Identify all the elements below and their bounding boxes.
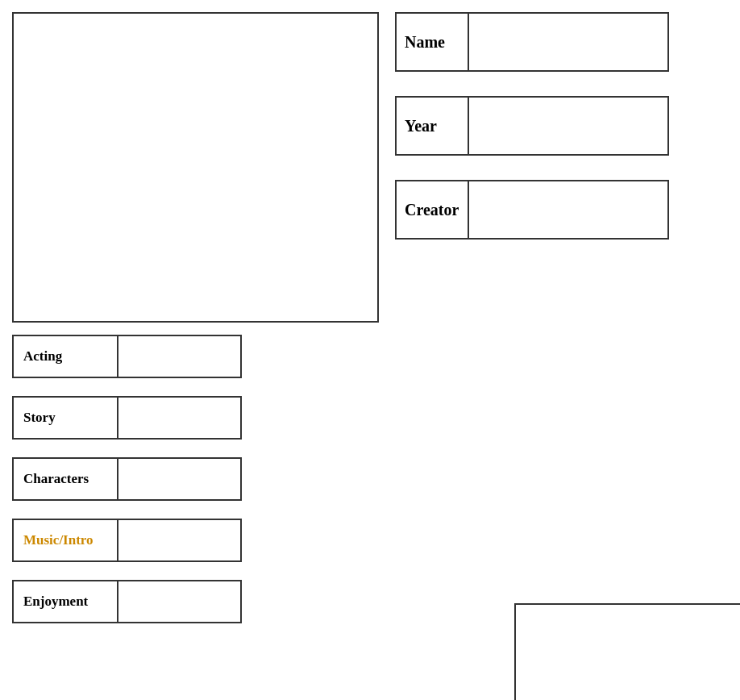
year-row: Year [395, 96, 669, 156]
creator-value[interactable] [469, 181, 667, 238]
name-label: Name [397, 14, 469, 70]
acting-row: Acting [12, 335, 242, 378]
info-section: Name Year Creator [395, 12, 669, 240]
main-container: Name Year Creator Acting Story Character… [0, 0, 740, 700]
name-row: Name [395, 12, 669, 72]
story-value[interactable] [118, 398, 240, 438]
characters-value[interactable] [118, 459, 240, 499]
year-label: Year [397, 98, 469, 154]
music-intro-row: Music/Intro [12, 519, 242, 562]
enjoyment-value[interactable] [118, 581, 240, 622]
ratings-section: Acting Story Characters Music/Intro Enjo… [12, 335, 242, 623]
name-value[interactable] [469, 14, 667, 70]
creator-row: Creator [395, 180, 669, 240]
acting-label: Acting [14, 336, 118, 377]
music-intro-label: Music/Intro [14, 520, 118, 560]
music-intro-value[interactable] [118, 520, 240, 560]
main-image-box [12, 12, 379, 323]
story-row: Story [12, 396, 242, 440]
enjoyment-label: Enjoyment [14, 581, 118, 622]
acting-value[interactable] [118, 336, 240, 377]
story-label: Story [14, 398, 118, 438]
enjoyment-row: Enjoyment [12, 580, 242, 623]
characters-row: Characters [12, 457, 242, 501]
bottom-right-box [514, 603, 740, 700]
characters-label: Characters [14, 459, 118, 499]
year-value[interactable] [469, 98, 667, 154]
creator-label: Creator [397, 181, 469, 238]
